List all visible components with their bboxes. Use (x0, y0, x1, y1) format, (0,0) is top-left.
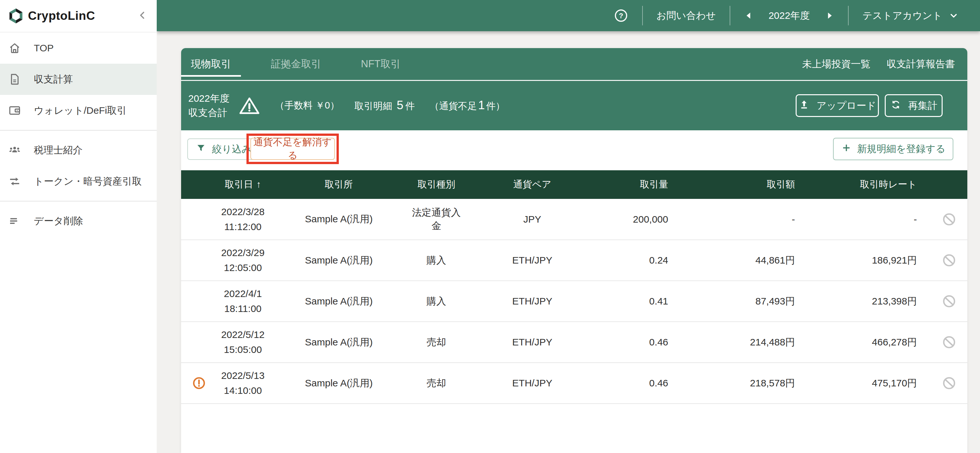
detail-count: 取引明細 5 件 (355, 99, 415, 113)
cryptolinc-logo-icon (8, 8, 24, 24)
tab-bar: 現物取引 証拠金取引 NFT取引 未上場投資一覧 収支計算報告書 (181, 48, 967, 81)
tab-nft-trades[interactable]: NFT取引 (351, 48, 410, 80)
chevron-down-icon (948, 10, 959, 21)
cell-rate: 475,170円 (809, 362, 931, 404)
sidebar: CryptoLinC TOP 収支計算 ウォレット/DeFi取引 税理士紹介 (0, 0, 157, 453)
chevron-left-icon (137, 10, 148, 22)
summary-year: 2022年度 (188, 91, 229, 106)
cell-warning (181, 199, 217, 240)
table-row[interactable]: 2022/3/28 11:12:00 Sample A(汎用) 法定通貨入金 J… (181, 199, 967, 240)
detail-count-number: 5 (397, 99, 404, 112)
help-button[interactable]: ? (614, 8, 628, 23)
card-body: 絞り込み 通貨不足を解消する 新規明細を登録する (181, 130, 967, 404)
cell-amount: 0.46 (601, 322, 682, 362)
cell-exchange: Sample A(汎用) (269, 281, 409, 322)
sidebar-item-pnl-calculation[interactable]: 収支計算 (0, 64, 157, 95)
unlisted-investments-link[interactable]: 未上場投資一覧 (802, 57, 870, 71)
cell-date-value: 2022/3/29 (217, 245, 269, 260)
cell-pair: ETH/JPY (464, 281, 601, 322)
disable-row-icon[interactable] (942, 294, 956, 309)
column-header-type[interactable]: 取引種別 (409, 170, 464, 199)
shortage-prefix: （通貨不足 (430, 100, 477, 113)
cell-amount: 0.46 (601, 362, 682, 404)
cell-warning (181, 322, 217, 362)
cell-actions (931, 362, 967, 404)
upload-button-label: アップロード (816, 99, 876, 113)
cell-date-value: 2022/5/13 (217, 368, 269, 383)
recalculate-button[interactable]: 再集計 (885, 94, 943, 117)
filter-button-label: 絞り込み (212, 143, 251, 156)
cell-value: 214,488円 (682, 322, 809, 362)
previous-year-button[interactable] (744, 11, 754, 21)
cell-type: 購入 (409, 240, 464, 281)
upload-button[interactable]: アップロード (795, 94, 879, 117)
disable-row-icon[interactable] (942, 253, 956, 268)
tab-margin-trades[interactable]: 証拠金取引 (261, 48, 331, 80)
topbar-divider (730, 6, 730, 25)
table-row[interactable]: 2022/5/12 15:05:00 Sample A(汎用) 売却 ETH/J… (181, 322, 967, 362)
contact-link[interactable]: お問い合わせ (657, 9, 716, 22)
column-header-warning (181, 170, 217, 199)
column-header-amount[interactable]: 取引量 (601, 170, 682, 199)
cell-rate: - (809, 199, 931, 240)
cell-type: 売却 (409, 362, 464, 404)
wallet-icon (8, 104, 21, 117)
next-year-button[interactable] (824, 11, 834, 21)
tab-spot-trades[interactable]: 現物取引 (181, 48, 241, 80)
cell-actions (931, 322, 967, 362)
sidebar-item-label: TOP (34, 43, 54, 54)
fiscal-year-label: 2022年度 (768, 9, 810, 22)
disable-row-icon[interactable] (942, 335, 956, 350)
disable-row-icon[interactable] (942, 212, 956, 227)
topbar-divider (848, 6, 849, 25)
cell-date: 2022/5/12 15:05:00 (217, 322, 269, 362)
account-menu[interactable]: テストアカウント (862, 9, 959, 22)
cell-date: 2022/4/1 18:11:00 (217, 281, 269, 322)
cell-exchange: Sample A(汎用) (269, 322, 409, 362)
detail-count-unit: 件 (406, 100, 415, 113)
column-header-date-label: 取引日 (225, 179, 253, 189)
sidebar-item-wallet-defi[interactable]: ウォレット/DeFi取引 (0, 95, 157, 126)
swap-arrows-icon (8, 175, 21, 188)
transactions-table: 取引日↑ 取引所 取引種別 通貨ペア 取引量 取引額 取引時レート (181, 170, 967, 404)
table-row[interactable]: 2022/4/1 18:11:00 Sample A(汎用) 購入 ETH/JP… (181, 281, 967, 322)
account-name: テストアカウント (862, 9, 942, 22)
pnl-report-link[interactable]: 収支計算報告書 (887, 57, 955, 71)
add-new-record-button[interactable]: 新規明細を登録する (833, 138, 953, 160)
table-row[interactable]: 2022/5/13 14:10:00 Sample A(汎用) 売却 ETH/J… (181, 362, 967, 404)
sidebar-item-token-withdrawal[interactable]: トークン・暗号資産引取 (0, 166, 157, 197)
summary-label: 収支合計 (188, 106, 229, 120)
shortage-number: 1 (478, 99, 485, 112)
fiscal-year-navigator: 2022年度 (744, 9, 835, 22)
add-new-record-button-label: 新規明細を登録する (857, 142, 945, 156)
shortage-suffix: 件） (486, 100, 505, 113)
cell-pair: ETH/JPY (464, 240, 601, 281)
table-row[interactable]: 2022/3/29 12:05:00 Sample A(汎用) 購入 ETH/J… (181, 240, 967, 281)
cell-pair: JPY (464, 199, 601, 240)
cell-amount: 0.41 (601, 281, 682, 322)
sidebar-collapse-button[interactable] (136, 10, 149, 22)
sidebar-divider (0, 130, 157, 130)
cell-exchange: Sample A(汎用) (269, 362, 409, 404)
sidebar-item-data-delete[interactable]: データ削除 (0, 205, 157, 237)
column-header-exchange[interactable]: 取引所 (269, 170, 409, 199)
sidebar-item-top[interactable]: TOP (0, 32, 157, 64)
cell-date: 2022/3/28 11:12:00 (217, 199, 269, 240)
currency-shortage-alert-icon (192, 376, 206, 390)
sidebar-divider (0, 201, 157, 202)
cell-rate: 186,921円 (809, 240, 931, 281)
resolve-currency-shortage-button[interactable]: 通貨不足を解消する (250, 138, 335, 160)
sidebar-item-label: トークン・暗号資産引取 (34, 175, 142, 188)
cell-value: 87,493円 (682, 281, 809, 322)
detail-count-label: 取引明細 (355, 100, 392, 113)
column-header-pair[interactable]: 通貨ペア (464, 170, 601, 199)
disable-row-icon[interactable] (942, 376, 956, 391)
column-header-value[interactable]: 取引額 (682, 170, 809, 199)
sidebar-item-tax-accountant[interactable]: 税理士紹介 (0, 135, 157, 166)
sidebar-item-label: 税理士紹介 (34, 144, 83, 157)
column-header-rate[interactable]: 取引時レート (809, 170, 931, 199)
column-header-date[interactable]: 取引日↑ (217, 170, 269, 199)
document-icon (8, 73, 21, 86)
filter-button[interactable]: 絞り込み (187, 138, 260, 160)
cell-value: - (682, 199, 809, 240)
